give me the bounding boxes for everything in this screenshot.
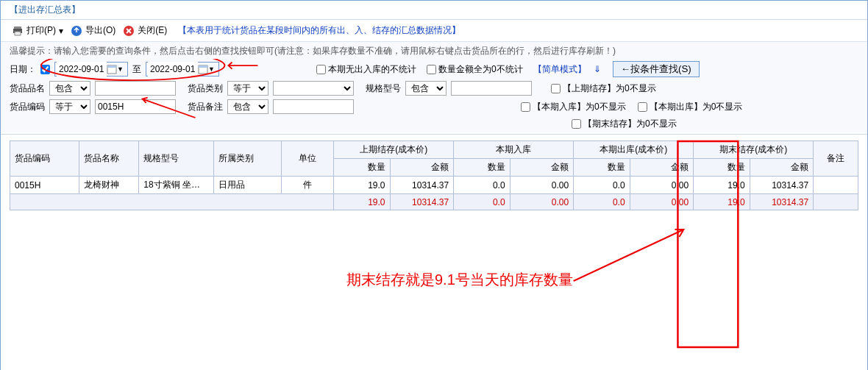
toolbar: 打印(P) ▾ 导出(O) 关闭(E) 【本表用于统计货品在某段时间内的所有出、… bbox=[1, 20, 867, 42]
out-zero-checkbox[interactable] bbox=[638, 102, 647, 112]
end-zero-checkbox[interactable] bbox=[572, 119, 581, 129]
filter-row-1: 日期： ▼ 至 ▼ 本期无出入库的不统计 数量金额全为0不统计 【简单模式】 ⇓… bbox=[10, 61, 858, 77]
svg-rect-9 bbox=[199, 65, 207, 68]
prev-zero-checkbox[interactable] bbox=[551, 84, 561, 93]
svg-rect-2 bbox=[15, 32, 21, 35]
spec-input[interactable] bbox=[451, 81, 532, 96]
filter-panel: 日期： ▼ 至 ▼ 本期无出入库的不统计 数量金额全为0不统计 【简单模式】 ⇓… bbox=[1, 59, 867, 132]
filter-row-3: 货品编码 等于 货品备注 包含 【本期入库】为0不显示 【本期出库】为0不显示 bbox=[10, 99, 858, 114]
header-row-1: 货品编码 货品名称 规格型号 所属类别 单位 上期结存(成本价) 本期入库 本期… bbox=[10, 141, 858, 159]
export-button[interactable]: 导出(O) bbox=[68, 23, 118, 38]
grid-area: 货品编码 货品名称 规格型号 所属类别 单位 上期结存(成本价) 本期入库 本期… bbox=[1, 134, 867, 370]
close-icon bbox=[123, 25, 135, 37]
search-button[interactable]: ←按条件查找(S) bbox=[613, 61, 700, 77]
table-row[interactable]: 0015H 龙椅财神 18寸紫铜 坐… 日用品 件 19.0 10314.37 … bbox=[10, 177, 858, 194]
toolbar-description: 【本表用于统计货品在某段时间内的所有出、入、结存的汇总数据情况】 bbox=[178, 24, 460, 37]
date-to-label: 至 bbox=[132, 63, 141, 76]
calendar-icon bbox=[107, 64, 117, 74]
calendar-icon bbox=[198, 64, 208, 74]
arrow-down-icon: ⇓ bbox=[594, 64, 601, 74]
date-label: 日期： bbox=[10, 63, 36, 76]
data-table: 货品编码 货品名称 规格型号 所属类别 单位 上期结存(成本价) 本期入库 本期… bbox=[10, 140, 858, 210]
close-button[interactable]: 关闭(E) bbox=[121, 23, 169, 38]
date-to-input[interactable]: ▼ bbox=[146, 62, 219, 77]
annotation-text: 期末结存就是9.1号当天的库存数量 bbox=[346, 270, 573, 290]
dropdown-arrow-icon: ▼ bbox=[117, 65, 124, 73]
remark-input[interactable] bbox=[273, 99, 354, 114]
zero-checkbox[interactable] bbox=[427, 65, 436, 74]
summary-row: 19.0 10314.37 0.0 0.00 0.0 0.00 19.0 103… bbox=[10, 194, 858, 210]
prod-code-input[interactable] bbox=[95, 99, 176, 114]
prod-name-input[interactable] bbox=[95, 81, 176, 96]
prod-name-op-select[interactable]: 包含 bbox=[49, 81, 90, 96]
prod-cat-val-select[interactable] bbox=[273, 81, 354, 96]
dropdown-arrow-icon: ▼ bbox=[208, 65, 215, 73]
prod-cat-op-select[interactable]: 等于 bbox=[227, 81, 268, 96]
print-button[interactable]: 打印(P) ▾ bbox=[10, 23, 65, 38]
app-window: 【进出存汇总表】 打印(P) ▾ 导出(O) 关闭(E) 【本表用于统计货品在某… bbox=[0, 0, 868, 370]
svg-rect-0 bbox=[14, 26, 21, 29]
window-title: 【进出存汇总表】 bbox=[1, 1, 867, 20]
prod-code-op-select[interactable]: 等于 bbox=[49, 99, 90, 114]
remark-op-select[interactable]: 包含 bbox=[227, 99, 268, 114]
no-io-checkbox[interactable] bbox=[316, 65, 326, 74]
spec-op-select[interactable]: 包含 bbox=[405, 81, 447, 96]
dropdown-arrow-icon: ▾ bbox=[59, 26, 63, 36]
filter-row-4: 【期末结存】为0不显示 bbox=[10, 118, 858, 130]
filter-row-2: 货品品名 包含 货品类别 等于 规格型号 包含 【上期结存】为0不显示 bbox=[10, 81, 858, 96]
date-from-input[interactable]: ▼ bbox=[54, 62, 128, 77]
simple-mode-link[interactable]: 【简单模式】 bbox=[533, 63, 586, 76]
svg-rect-7 bbox=[107, 65, 116, 68]
printer-icon bbox=[12, 25, 24, 37]
export-icon bbox=[71, 25, 82, 37]
in-zero-checkbox[interactable] bbox=[521, 102, 530, 112]
tip-text: 温馨提示：请输入您需要的查询条件，然后点击右侧的查找按钮即可(请注意：如果库存数… bbox=[1, 42, 867, 59]
date-checkbox[interactable] bbox=[40, 65, 50, 74]
